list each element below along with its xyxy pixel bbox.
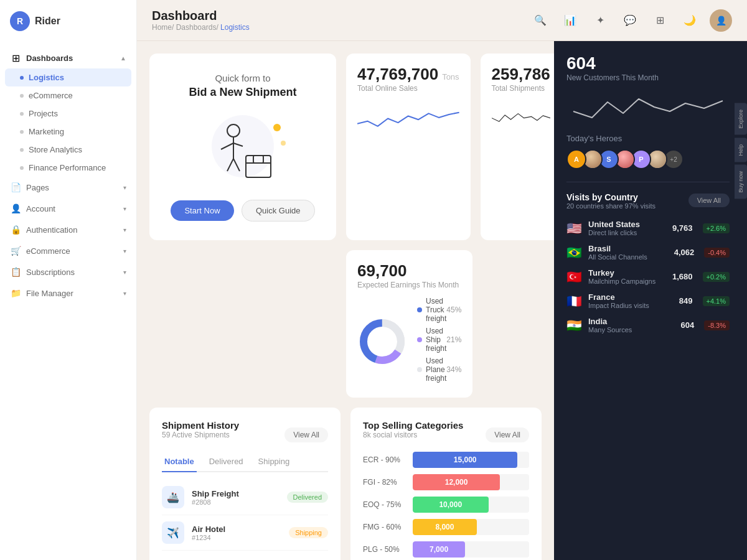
sidebar-navigation: ⊞ Dashboards ▲ Logistics eCommerce Proje…: [0, 42, 136, 560]
plane-legend: Used Plane freight 34%: [417, 357, 461, 383]
shipment-id-2: #1234: [192, 534, 281, 541]
sidebar-item-logistics[interactable]: Logistics: [5, 68, 131, 86]
sidebar-item-projects[interactable]: Projects: [0, 105, 136, 123]
chevron-down-icon: ▾: [123, 226, 126, 233]
side-tabs: Explore Help Buy now: [735, 103, 747, 199]
quick-guide-button[interactable]: Quick Guide: [242, 200, 315, 222]
help-tab[interactable]: Help: [735, 138, 747, 162]
new-customers-value: 604: [566, 54, 730, 73]
customers-sparkline: [566, 90, 730, 124]
breadcrumb: Home/ Dashboards/ Logistics: [152, 23, 250, 32]
shipment-row: 🚢 Ship Freight #2808 Delivered: [162, 480, 328, 515]
chevron-down-icon: ▾: [123, 269, 126, 276]
total-shipments-value: 259,786: [492, 65, 550, 84]
truck-legend: Used Truck freight 45%: [417, 297, 461, 323]
theme-toggle[interactable]: 🌙: [680, 11, 700, 30]
shipment-tabs: Notable Delivered Shipping: [162, 452, 328, 472]
center-content: Quick form to Bid a New Shipment: [137, 41, 554, 560]
sidebar-section-dashboards[interactable]: ⊞ Dashboards ▲: [0, 47, 136, 68]
shipment-id: #2808: [192, 498, 280, 506]
header: Dashboard Home/ Dashboards/ Logistics 🔍 …: [137, 0, 747, 41]
tab-delivered[interactable]: Delivered: [207, 452, 246, 472]
hero-illustration: [187, 109, 299, 190]
bar-row: ECR - 90% 15,000: [363, 452, 529, 468]
country-row: 🇺🇸 United States Direct link clicks 9,76…: [566, 220, 730, 236]
shipment-icon: 🚢: [162, 486, 184, 508]
top-selling-card: Top Selling Categories 8k social visitor…: [350, 408, 542, 560]
expected-earnings-card: 69,700 Expected Earnings This Month: [346, 250, 472, 398]
chevron-down-icon: ▾: [123, 248, 126, 254]
divider: [566, 182, 730, 182]
explore-tab[interactable]: Explore: [735, 103, 747, 135]
start-now-button[interactable]: Start Now: [171, 200, 233, 221]
earnings-label: Expected Earnings This Month: [357, 281, 461, 289]
file-manager-icon: 📁: [10, 287, 21, 299]
chevron-down-icon: ▾: [123, 184, 126, 191]
header-right: 🔍 📊 ✦ 💬 ⊞ 🌙 👤: [530, 9, 732, 32]
plane-dot: [417, 367, 422, 372]
visits-subtitle: 20 countries share 97% visits: [566, 202, 655, 210]
active-dot: [20, 76, 24, 80]
sidebar-item-store-analytics[interactable]: Store Analytics: [0, 141, 136, 159]
shipment-history-view-all[interactable]: View All: [284, 427, 328, 442]
top-selling-title: Top Selling Categories: [363, 420, 463, 431]
sidebar-item-subscriptions[interactable]: 📋 Subscriptions ▾: [0, 261, 136, 282]
shipments-sparkline: [492, 100, 550, 134]
app-logo[interactable]: R Rider: [0, 0, 136, 42]
hero-subtitle: Quick form to: [215, 73, 270, 83]
shipment-row: ✈️ Air Hotel #1234 Shipping: [162, 515, 328, 551]
header-left: Dashboard Home/ Dashboards/ Logistics: [152, 9, 250, 32]
truck-dot: [417, 307, 422, 312]
app-name: Rider: [35, 16, 60, 27]
bar-row: FGI - 82% 12,000: [363, 474, 529, 490]
country-row: 🇫🇷 France Impact Radius visits 849 +4.1%: [566, 292, 730, 309]
ship-legend: Used Ship freight 21%: [417, 327, 461, 353]
top-selling-header: Top Selling Categories 8k social visitor…: [363, 420, 529, 449]
visits-view-all[interactable]: View All: [688, 194, 730, 207]
sales-sparkline: [357, 100, 459, 134]
sidebar-item-account[interactable]: 👤 Account ▾: [0, 198, 136, 219]
bar-row: PLG - 50% 7,000: [363, 541, 529, 558]
chevron-up-icon: ▲: [120, 55, 126, 62]
sidebar-item-ecommerce[interactable]: eCommerce: [0, 86, 136, 105]
subscriptions-icon: 📋: [10, 266, 21, 278]
settings-icon[interactable]: ✦: [590, 11, 610, 30]
shipment-icon-2: ✈️: [162, 521, 184, 544]
heroes-avatars: A S P +2: [566, 149, 730, 169]
shipment-history-title: Shipment History: [162, 420, 239, 431]
pages-icon: 📄: [10, 182, 21, 193]
ship-dot: [417, 337, 422, 342]
total-sales-label: Total Online Sales: [357, 84, 459, 93]
sidebar-item-finance-performance[interactable]: Finance Performance: [0, 159, 136, 177]
bar-chart-icon[interactable]: 📊: [560, 11, 580, 30]
top-selling-view-all[interactable]: View All: [486, 427, 529, 442]
heroes-label: Today's Heroes: [566, 134, 730, 143]
logo-icon: R: [10, 11, 30, 31]
buy-now-tab[interactable]: Buy now: [735, 165, 747, 199]
total-shipments-label: Total Shipments: [492, 84, 550, 93]
sidebar-item-pages[interactable]: 📄 Pages ▾: [0, 177, 136, 198]
dashboard-icon: ⊞: [10, 52, 21, 63]
page-title: Dashboard: [152, 9, 250, 23]
bar-row: EOQ - 75% 10,000: [363, 497, 529, 513]
avatar[interactable]: 👤: [710, 9, 732, 32]
shipment-history-subtitle: 59 Active Shipments: [162, 431, 239, 439]
top-selling-subtitle: 8k social visitors: [363, 431, 463, 439]
sidebar-item-authentication[interactable]: 🔒 Authentication ▾: [0, 219, 136, 240]
sidebar-item-file-manager[interactable]: 📁 File Manager ▾: [0, 282, 136, 304]
svg-point-10: [273, 124, 281, 131]
shipment-info-2: Air Hotel #1234: [192, 525, 281, 541]
messages-icon[interactable]: 💬: [620, 11, 640, 30]
shipment-status-2: Shipping: [289, 527, 328, 538]
total-sales-unit: Tons: [442, 72, 459, 82]
tab-notable[interactable]: Notable: [162, 452, 197, 472]
tab-shipping[interactable]: Shipping: [256, 452, 293, 472]
search-icon[interactable]: 🔍: [530, 11, 550, 30]
sidebar-item-marketing[interactable]: Marketing: [0, 123, 136, 141]
account-icon: 👤: [10, 203, 21, 214]
grid-icon[interactable]: ⊞: [650, 11, 670, 30]
sidebar: R Rider ⊞ Dashboards ▲ Logistics eCommer…: [0, 0, 137, 560]
country-row: 🇧🇷 Brasil All Social Channels 4,062 -0.4…: [566, 244, 730, 261]
chevron-down-icon: ▾: [123, 205, 126, 212]
sidebar-item-ecommerce-pages[interactable]: 🛒 eCommerce ▾: [0, 240, 136, 261]
